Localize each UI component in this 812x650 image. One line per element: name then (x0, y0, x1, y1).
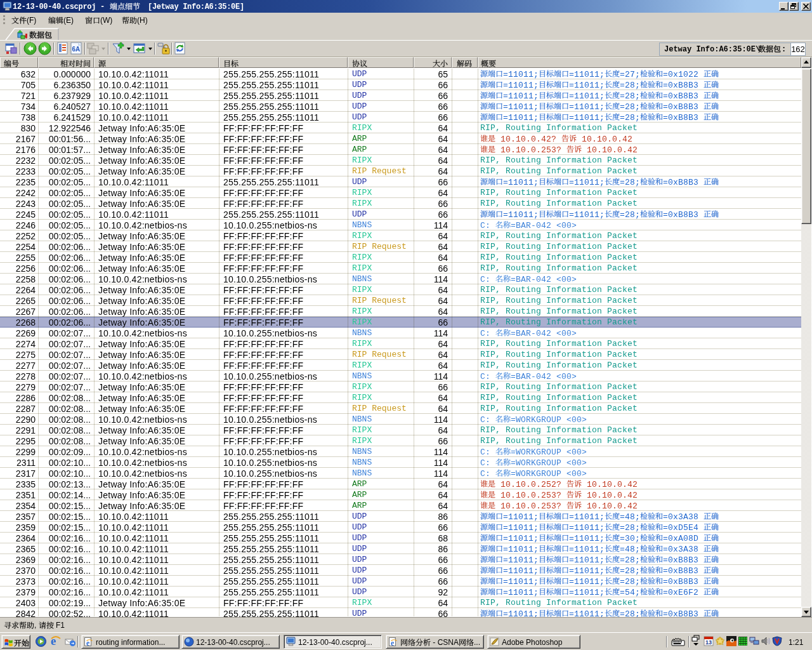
svg-text:13: 13 (705, 639, 712, 646)
svg-text:6A: 6A (72, 46, 81, 53)
